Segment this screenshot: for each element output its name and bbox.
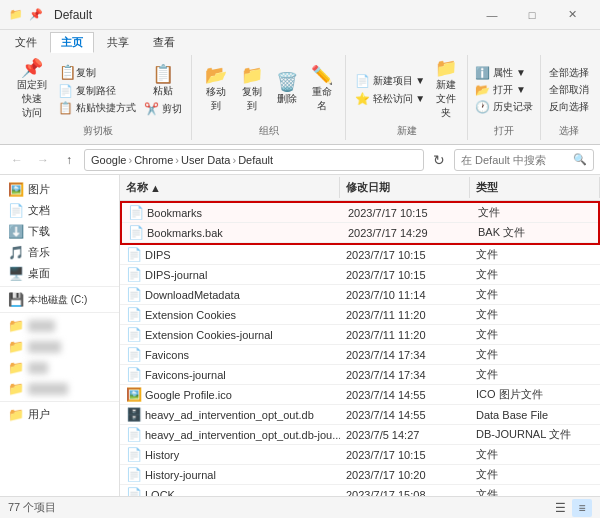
up-button[interactable]: ↑	[58, 149, 80, 171]
sidebar-item-desktop[interactable]: 🖥️ 桌面	[0, 263, 119, 284]
rename-label: 重命名	[309, 85, 335, 113]
file-name-cell: 📄 Favicons-journal	[120, 365, 340, 384]
paste-shortcut-button[interactable]: 📋 粘贴快捷方式	[55, 100, 139, 116]
sidebar-item-pictures[interactable]: 🖼️ 图片	[0, 179, 119, 200]
breadcrumb[interactable]: Google › Chrome › User Data › Default	[84, 149, 424, 171]
col-header-name[interactable]: 名称 ▲	[120, 177, 340, 198]
paste-button[interactable]: 📋 粘贴	[141, 63, 185, 100]
sidebar-item-downloads[interactable]: ⬇️ 下载	[0, 221, 119, 242]
breadcrumb-google[interactable]: Google	[91, 154, 126, 166]
tab-view[interactable]: 查看	[142, 32, 186, 53]
file-date-cell: 2023/7/17 10:15	[340, 445, 470, 464]
table-row[interactable]: 📄 DIPS-journal 2023/7/17 10:15 文件 0 KB	[120, 265, 600, 285]
search-box[interactable]: 🔍	[454, 149, 594, 171]
properties-button[interactable]: ℹ️ 属性 ▼	[472, 65, 536, 81]
sidebar-item-users[interactable]: 📁 用户	[0, 404, 119, 425]
sidebar-documents-label: 文档	[28, 203, 50, 218]
file-date-cell: 2023/7/17 14:29	[342, 223, 472, 242]
move-to-button[interactable]: 📂 移动到	[199, 64, 233, 115]
refresh-button[interactable]: ↻	[428, 149, 450, 171]
table-row[interactable]: 📄 History 2023/7/17 10:15 文件 448 KB	[120, 445, 600, 465]
file-icon: 📄	[126, 267, 142, 282]
breadcrumb-userdata[interactable]: User Data	[181, 154, 231, 166]
pin-to-quick-access-button[interactable]: 📌 固定到快速访问	[10, 57, 53, 122]
ribbon-group-organize: 📂 移动到 📁 复制到 🗑️ 删除 ✏️ 重命名 组织	[193, 55, 346, 140]
sidebar-item-local-disk[interactable]: 💾 本地磁盘 (C:)	[0, 289, 119, 310]
list-view-button[interactable]: ☰	[550, 499, 570, 517]
table-row[interactable]: 📄 Favicons 2023/7/14 17:34 文件 320 KB	[120, 345, 600, 365]
sidebar-item-blurred1[interactable]: 📁 ■■■■	[0, 315, 119, 336]
sidebar-item-blurred3[interactable]: 📁 ■■■	[0, 357, 119, 378]
col-header-date[interactable]: 修改日期	[340, 177, 470, 198]
open-label: 打开 ▼	[493, 83, 526, 97]
copy-to-button[interactable]: 📁 复制到	[235, 64, 269, 115]
file-icon: 📄	[126, 327, 142, 342]
file-date-cell: 2023/7/17 10:20	[340, 465, 470, 484]
new-folder-button[interactable]: 📁 新建文件夹	[430, 57, 462, 122]
new-folder-icon: 📁	[435, 59, 457, 77]
detail-view-button[interactable]: ≡	[572, 499, 592, 517]
open-buttons: ℹ️ 属性 ▼ 📂 打开 ▼ 🕐 历史记录	[472, 57, 536, 122]
cut-button[interactable]: ✂️ 剪切	[141, 101, 185, 117]
ribbon-group-open: ℹ️ 属性 ▼ 📂 打开 ▼ 🕐 历史记录 打开	[469, 55, 541, 140]
new-item-icon: 📄	[355, 74, 370, 88]
rename-button[interactable]: ✏️ 重命名	[305, 64, 339, 115]
select-buttons: 全部选择 全部取消 反向选择	[546, 57, 592, 122]
history-button[interactable]: 🕐 历史记录	[472, 99, 536, 115]
table-row[interactable]: 📄 Bookmarks.bak 2023/7/17 14:29 BAK 文件 3…	[122, 223, 598, 243]
file-date-cell: 2023/7/5 14:27	[340, 425, 470, 444]
table-row[interactable]: 📄 DownloadMetadata 2023/7/10 11:14 文件 7 …	[120, 285, 600, 305]
copy-path-button[interactable]: 📄 复制路径	[55, 83, 139, 99]
paste-shortcut-label: 粘贴快捷方式	[76, 101, 136, 115]
table-row[interactable]: 📄 Favicons-journal 2023/7/14 17:34 文件 0 …	[120, 365, 600, 385]
sidebar-item-blurred4[interactable]: 📁 ■■■■■■	[0, 378, 119, 399]
new-item-button[interactable]: 📄 新建项目 ▼	[352, 73, 429, 89]
sidebar-blurred1-label: ■■■■	[28, 320, 55, 332]
file-type-cell: 文件	[470, 365, 600, 384]
tab-share[interactable]: 共享	[96, 32, 140, 53]
invert-selection-button[interactable]: 反向选择	[546, 99, 592, 115]
table-row[interactable]: 🖼️ Google Profile.ico 2023/7/14 14:55 IC…	[120, 385, 600, 405]
search-input[interactable]	[461, 154, 573, 166]
file-date-cell: 2023/7/17 10:15	[340, 265, 470, 284]
table-row[interactable]: 📄 DIPS 2023/7/17 10:15 文件 20 KB	[120, 245, 600, 265]
table-row[interactable]: 📄 Extension Cookies-journal 2023/7/11 11…	[120, 325, 600, 345]
col-header-type[interactable]: 类型	[470, 177, 600, 198]
table-row[interactable]: 📄 heavy_ad_intervention_opt_out.db-jou..…	[120, 425, 600, 445]
file-type-cell: Data Base File	[470, 405, 600, 424]
copy-button[interactable]: 📋 复制	[55, 63, 139, 82]
maximize-button[interactable]: □	[512, 0, 552, 30]
documents-icon: 📄	[8, 203, 24, 218]
table-row[interactable]: 📄 History-journal 2023/7/17 10:20 文件 9 K…	[120, 465, 600, 485]
open-button[interactable]: 📂 打开 ▼	[472, 82, 536, 98]
delete-button[interactable]: 🗑️ 删除	[271, 71, 303, 108]
table-row[interactable]: 📄 LOCK 2023/7/17 15:08 文件 0 KB	[120, 485, 600, 496]
table-row[interactable]: 🗄️ heavy_ad_intervention_opt_out.db 2023…	[120, 405, 600, 425]
paste-label: 粘贴	[153, 84, 173, 98]
minimize-button[interactable]: —	[472, 0, 512, 30]
history-label: 历史记录	[493, 100, 533, 114]
view-controls: ☰ ≡	[550, 499, 592, 517]
file-icon: 📄	[126, 367, 142, 382]
sidebar-item-documents[interactable]: 📄 文档	[0, 200, 119, 221]
file-date-cell: 2023/7/14 14:55	[340, 385, 470, 404]
easy-access-button[interactable]: ⭐ 轻松访问 ▼	[352, 91, 429, 107]
table-row[interactable]: 📄 Bookmarks 2023/7/17 10:15 文件 3 KB	[122, 203, 598, 223]
blurred3-icon: 📁	[8, 360, 24, 375]
blurred4-icon: 📁	[8, 381, 24, 396]
sidebar-item-blurred2[interactable]: 📁 ■■■■■	[0, 336, 119, 357]
tab-file[interactable]: 文件	[4, 32, 48, 53]
breadcrumb-default[interactable]: Default	[238, 154, 273, 166]
sidebar-item-music[interactable]: 🎵 音乐	[0, 242, 119, 263]
file-name-cell: 📄 DIPS	[120, 245, 340, 264]
move-icon: 📂	[205, 66, 227, 84]
forward-button[interactable]: →	[32, 149, 54, 171]
tab-home[interactable]: 主页	[50, 32, 94, 53]
file-type-cell: 文件	[470, 325, 600, 344]
close-button[interactable]: ✕	[552, 0, 592, 30]
table-row[interactable]: 📄 Extension Cookies 2023/7/11 11:20 文件 2…	[120, 305, 600, 325]
back-button[interactable]: ←	[6, 149, 28, 171]
breadcrumb-chrome[interactable]: Chrome	[134, 154, 173, 166]
select-all-button[interactable]: 全部选择	[546, 65, 592, 81]
select-none-button[interactable]: 全部取消	[546, 82, 592, 98]
